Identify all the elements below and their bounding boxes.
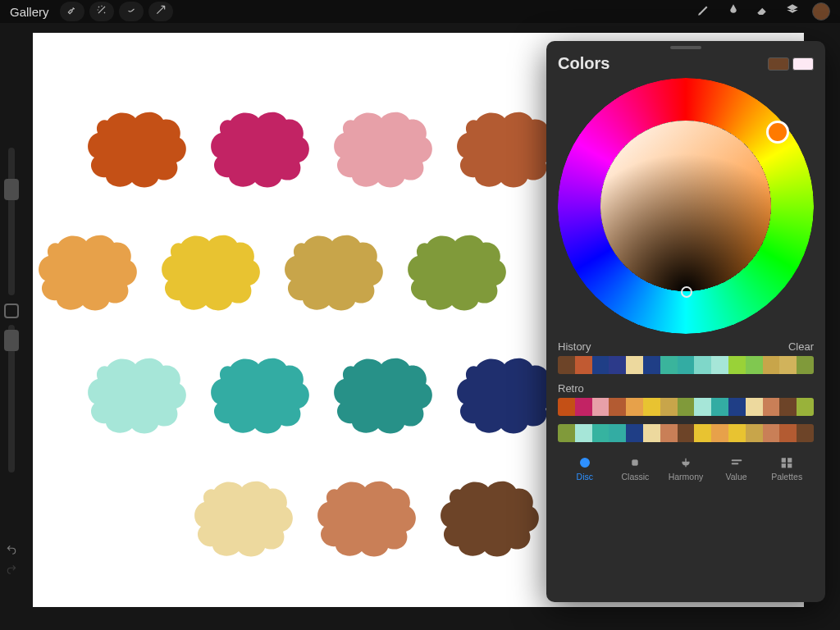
tab-value[interactable]: Value — [711, 455, 762, 482]
palette-cell[interactable] — [592, 356, 609, 374]
paint-blob — [325, 346, 448, 445]
palette-cell[interactable] — [797, 424, 814, 442]
palette-cell[interactable] — [728, 424, 746, 442]
palette-cell[interactable] — [558, 356, 575, 374]
palette-cell[interactable] — [609, 398, 626, 416]
undo-button[interactable] — [2, 541, 21, 558]
palette-cell[interactable] — [746, 398, 763, 416]
paint-blob — [79, 100, 202, 199]
retro-row — [558, 398, 814, 416]
palette-cell[interactable] — [592, 398, 609, 416]
palette-cell[interactable] — [728, 356, 746, 374]
layers-icon — [785, 2, 800, 21]
history-label: History — [558, 340, 591, 353]
eraser-icon — [756, 2, 770, 21]
color-button[interactable] — [812, 2, 830, 21]
tab-classic[interactable]: Classic — [610, 455, 661, 482]
palette-cell[interactable] — [678, 424, 695, 442]
palette-cell[interactable] — [626, 398, 643, 416]
selection-button[interactable] — [119, 2, 144, 21]
harmony-icon — [660, 455, 711, 470]
opacity-slider[interactable] — [8, 325, 15, 472]
retro-label: Retro — [558, 382, 584, 395]
actions-button[interactable] — [60, 2, 84, 21]
palette-cell[interactable] — [711, 356, 728, 374]
svg-point-0 — [580, 459, 589, 468]
palette-cell[interactable] — [779, 398, 797, 416]
tab-disc[interactable]: Disc — [559, 455, 610, 482]
paint-blob — [202, 346, 325, 445]
palette-cell[interactable] — [575, 356, 592, 374]
palette-cell[interactable] — [626, 356, 643, 374]
disc-icon — [559, 455, 610, 470]
sv-handle[interactable] — [681, 286, 692, 298]
paint-blob — [431, 469, 555, 568]
palette-cell[interactable] — [558, 424, 575, 442]
panel-title: Colors — [558, 54, 609, 73]
smudge-button[interactable] — [721, 2, 746, 21]
palettes-icon — [761, 455, 812, 470]
palette-cell[interactable] — [609, 424, 626, 442]
brush-button[interactable] — [692, 2, 716, 21]
svg-rect-5 — [788, 463, 792, 468]
palette-cell[interactable] — [678, 356, 695, 374]
palette-cell[interactable] — [763, 398, 780, 416]
palette-cell[interactable] — [779, 424, 797, 442]
palette-cell[interactable] — [643, 356, 660, 374]
palette-cell[interactable] — [575, 424, 592, 442]
paint-blob — [185, 469, 308, 568]
palette-cell[interactable] — [558, 398, 575, 416]
palette-cell[interactable] — [660, 424, 678, 442]
panel-grabber[interactable] — [670, 46, 701, 49]
wrench-icon — [66, 4, 78, 19]
palette-cell[interactable] — [694, 356, 711, 374]
palette-cell[interactable] — [694, 398, 711, 416]
sv-disc[interactable] — [600, 121, 771, 291]
smudge-icon — [726, 2, 741, 21]
extra-row — [558, 424, 814, 442]
palette-cell[interactable] — [575, 398, 592, 416]
palette-cell[interactable] — [763, 356, 780, 374]
palette-cell[interactable] — [711, 398, 728, 416]
adjustments-button[interactable] — [89, 2, 114, 21]
gallery-button[interactable]: Gallery — [10, 5, 49, 19]
palette-cell[interactable] — [609, 356, 626, 374]
palette-cell[interactable] — [779, 356, 797, 374]
palette-cell[interactable] — [711, 424, 728, 442]
transform-button[interactable] — [148, 2, 173, 21]
svg-rect-2 — [782, 459, 786, 463]
tab-harmony[interactable]: Harmony — [660, 455, 711, 482]
palette-cell[interactable] — [592, 424, 609, 442]
paint-blob — [308, 469, 431, 568]
brush-size-slider[interactable] — [8, 148, 15, 295]
paint-blob — [276, 223, 399, 322]
mini-swatch[interactable] — [792, 57, 814, 71]
palette-cell[interactable] — [763, 424, 780, 442]
hue-handle[interactable] — [766, 121, 789, 144]
palette-cell[interactable] — [660, 356, 678, 374]
modifier-button[interactable] — [4, 304, 19, 318]
color-wheel[interactable] — [558, 78, 814, 334]
paint-blob — [153, 223, 276, 322]
paint-blob — [399, 223, 522, 322]
palette-cell[interactable] — [797, 398, 814, 416]
palette-cell[interactable] — [797, 356, 814, 374]
clear-history-button[interactable]: Clear — [788, 340, 814, 353]
palette-cell[interactable] — [643, 424, 660, 442]
redo-button[interactable] — [2, 561, 21, 578]
palette-cell[interactable] — [626, 424, 643, 442]
palette-cell[interactable] — [728, 398, 746, 416]
palette-cell[interactable] — [660, 398, 678, 416]
eraser-button[interactable] — [751, 2, 775, 21]
svg-rect-1 — [632, 460, 638, 466]
mini-swatch[interactable] — [768, 57, 789, 71]
palette-cell[interactable] — [694, 424, 711, 442]
palette-cell[interactable] — [678, 398, 695, 416]
palette-cell[interactable] — [746, 424, 763, 442]
palette-cell[interactable] — [643, 398, 660, 416]
layers-button[interactable] — [780, 2, 805, 21]
paint-blob — [202, 100, 325, 199]
paint-blob — [79, 346, 202, 445]
palette-cell[interactable] — [746, 356, 763, 374]
tab-palettes[interactable]: Palettes — [761, 455, 812, 482]
